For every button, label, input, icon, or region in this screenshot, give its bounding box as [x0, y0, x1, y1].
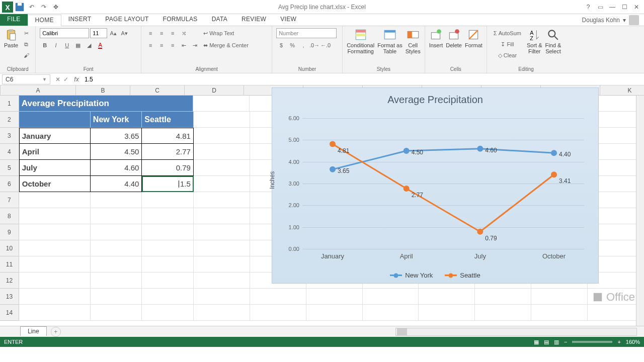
- cell-A5[interactable]: July: [19, 160, 91, 176]
- align-middle-button[interactable]: ≡: [156, 28, 167, 38]
- cell-I14[interactable]: [475, 305, 531, 321]
- number-format-select[interactable]: [276, 28, 337, 38]
- cell-A3[interactable]: January: [19, 128, 91, 144]
- row-header-14[interactable]: 14: [0, 305, 19, 321]
- cell-D11[interactable]: [194, 256, 250, 273]
- paste-button[interactable]: Paste: [4, 28, 18, 48]
- undo-icon[interactable]: ↶: [26, 2, 37, 13]
- insert-cells-button[interactable]: Insert: [429, 28, 443, 48]
- cell-B13[interactable]: [91, 289, 142, 305]
- cell-F14[interactable]: [306, 305, 363, 321]
- cell-E14[interactable]: [250, 305, 306, 321]
- new-sheet-button[interactable]: +: [51, 327, 61, 337]
- cell-C11[interactable]: [142, 256, 193, 273]
- row-header-4[interactable]: 4: [0, 144, 19, 160]
- cell-C8[interactable]: [142, 208, 193, 224]
- confirm-edit-button[interactable]: ✓: [63, 76, 68, 83]
- view-normal-icon[interactable]: ▦: [534, 339, 539, 345]
- copy-button[interactable]: ⧉: [21, 39, 31, 49]
- row-header-3[interactable]: 3: [0, 128, 19, 144]
- help-icon[interactable]: ?: [583, 2, 594, 13]
- maximize-icon[interactable]: ☐: [619, 2, 630, 13]
- find-select-button[interactable]: Find & Select: [545, 28, 561, 54]
- row-header-10[interactable]: 10: [0, 240, 19, 256]
- increase-indent-button[interactable]: ⇥: [190, 40, 200, 50]
- italic-button[interactable]: I: [51, 40, 61, 50]
- row-header-2[interactable]: 2: [0, 112, 19, 128]
- cell-A6[interactable]: October: [19, 176, 91, 192]
- decrease-indent-button[interactable]: ⇤: [179, 40, 189, 50]
- minimize-icon[interactable]: —: [607, 2, 618, 13]
- grow-font-button[interactable]: A▴: [108, 28, 118, 38]
- align-top-button[interactable]: ≡: [145, 28, 155, 38]
- tab-insert[interactable]: INSERT: [61, 14, 99, 26]
- close-icon[interactable]: ✕: [631, 2, 642, 13]
- cell-E13[interactable]: [250, 289, 306, 305]
- cut-button[interactable]: ✂: [21, 28, 31, 38]
- cell-C3[interactable]: 4.81: [142, 128, 193, 144]
- cell-D5[interactable]: [194, 160, 250, 176]
- cell-C7[interactable]: [142, 192, 193, 208]
- cell-D10[interactable]: [194, 240, 250, 256]
- font-color-button[interactable]: A: [95, 40, 105, 50]
- cell-A1[interactable]: Average Precipitation: [19, 96, 193, 112]
- fill-button[interactable]: ↧ Fill: [491, 39, 524, 49]
- column-header-D[interactable]: D: [185, 85, 244, 95]
- format-as-table-button[interactable]: Format as Table: [377, 28, 403, 54]
- column-header-K[interactable]: K: [600, 85, 644, 95]
- redo-icon[interactable]: ↷: [38, 2, 49, 13]
- cell-D6[interactable]: [194, 176, 250, 192]
- tab-file[interactable]: FILE: [0, 14, 28, 26]
- align-bottom-button[interactable]: ≡: [168, 28, 178, 38]
- account-area[interactable]: Douglas Kohn ▾: [582, 14, 644, 26]
- fill-color-button[interactable]: ◢: [84, 40, 94, 50]
- cell-H13[interactable]: [419, 289, 475, 305]
- format-cells-button[interactable]: Format: [465, 28, 482, 48]
- cell-D7[interactable]: [194, 192, 250, 208]
- fx-icon[interactable]: fx: [71, 76, 82, 83]
- cell-D12[interactable]: [194, 273, 250, 289]
- decrease-decimal-button[interactable]: ←.0: [320, 40, 331, 50]
- cell-A10[interactable]: [19, 240, 91, 256]
- cell-A7[interactable]: [19, 192, 91, 208]
- cell-G14[interactable]: [363, 305, 419, 321]
- cell-B5[interactable]: 4.60: [91, 160, 142, 176]
- cell-B8[interactable]: [91, 208, 142, 224]
- view-break-icon[interactable]: ▥: [554, 339, 559, 345]
- cell-J14[interactable]: [531, 305, 588, 321]
- cell-C6[interactable]: 1.5: [142, 176, 193, 192]
- cell-D9[interactable]: [194, 224, 250, 240]
- autosum-button[interactable]: Σ AutoSum: [491, 28, 524, 38]
- conditional-formatting-button[interactable]: Conditional Formatting: [347, 28, 374, 54]
- column-header-B[interactable]: B: [76, 85, 130, 95]
- row-header-13[interactable]: 13: [0, 289, 19, 305]
- column-header-A[interactable]: A: [1, 85, 76, 95]
- bold-button[interactable]: B: [40, 40, 50, 50]
- column-header-C[interactable]: C: [130, 85, 185, 95]
- row-header-12[interactable]: 12: [0, 273, 19, 289]
- shrink-font-button[interactable]: A▾: [119, 28, 129, 38]
- font-size-input[interactable]: [90, 28, 107, 38]
- cell-B14[interactable]: [91, 305, 142, 321]
- underline-button[interactable]: U: [62, 40, 72, 50]
- cell-A2[interactable]: [19, 112, 91, 128]
- cell-C10[interactable]: [142, 240, 193, 256]
- clear-button[interactable]: ◇ Clear: [491, 50, 524, 60]
- cell-B7[interactable]: [91, 192, 142, 208]
- chart-object[interactable]: Average Precipitation Inches 0.001.002.0…: [272, 87, 599, 284]
- cell-I13[interactable]: [475, 289, 531, 305]
- orientation-button[interactable]: ⤭: [179, 28, 189, 38]
- cell-D1[interactable]: [193, 96, 250, 112]
- horizontal-scrollbar[interactable]: [395, 328, 637, 336]
- cell-F13[interactable]: [306, 289, 363, 305]
- cell-D2[interactable]: [194, 112, 250, 128]
- row-header-5[interactable]: 5: [0, 160, 19, 176]
- align-left-button[interactable]: ≡: [145, 40, 155, 50]
- tab-page-layout[interactable]: PAGE LAYOUT: [98, 14, 155, 26]
- cell-B9[interactable]: [91, 224, 142, 240]
- cell-B10[interactable]: [91, 240, 142, 256]
- align-center-button[interactable]: ≡: [156, 40, 167, 50]
- tab-formulas[interactable]: FORMULAS: [156, 14, 205, 26]
- touch-mode-icon[interactable]: ✥: [50, 2, 61, 13]
- cell-G13[interactable]: [363, 289, 419, 305]
